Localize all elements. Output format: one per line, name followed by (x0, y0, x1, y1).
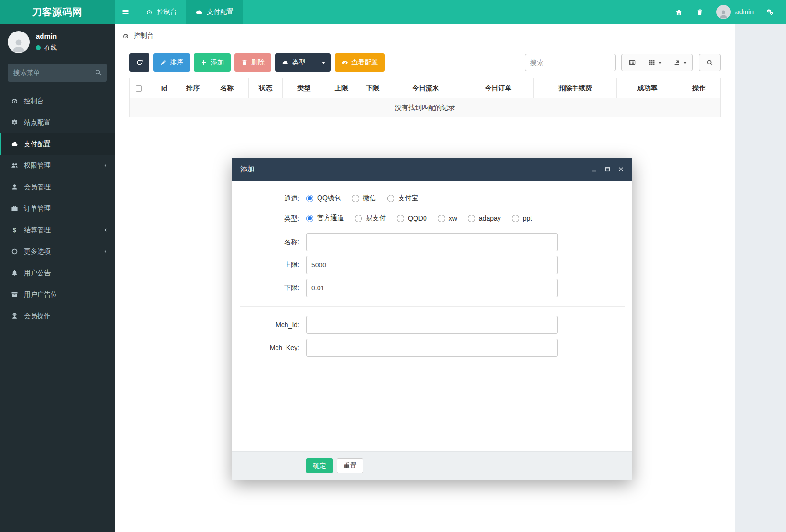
avatar (716, 5, 731, 19)
sidebar-search-input[interactable] (8, 64, 107, 82)
column-header[interactable]: 操作 (678, 78, 721, 98)
top-navbar: 刀客源码网 控制台 支付配置 admin (0, 0, 786, 24)
type-dropdown-caret[interactable] (316, 53, 331, 72)
gauge-icon (146, 9, 153, 16)
radio-xw[interactable]: xw (438, 214, 457, 222)
sidebar-item-dashboard[interactable]: 控制台 (0, 90, 115, 112)
view-config-button[interactable]: 查看配置 (335, 53, 385, 72)
radio-label: 微信 (363, 194, 376, 202)
radio-官方通道[interactable]: 官方通道 (306, 214, 344, 223)
settings-button[interactable] (759, 0, 780, 24)
reset-button[interactable]: 重置 (337, 458, 363, 473)
lower-limit-label: 下限: (240, 284, 306, 292)
radio-adapay[interactable]: adapay (468, 214, 501, 222)
select-all-checkbox[interactable] (136, 85, 142, 92)
home-button[interactable] (669, 0, 690, 24)
window-maximize-icon[interactable] (605, 166, 611, 172)
radio-微信[interactable]: 微信 (352, 194, 376, 202)
add-button[interactable]: 添加 (194, 53, 231, 72)
column-header[interactable]: 排序 (181, 78, 205, 98)
radio-QQ钱包[interactable]: QQ钱包 (306, 194, 341, 202)
mch-key-input[interactable] (306, 339, 558, 357)
window-close-icon[interactable] (618, 166, 624, 172)
column-header[interactable]: 下限 (357, 78, 388, 98)
select-all-header (130, 78, 148, 98)
upper-limit-input[interactable] (306, 256, 558, 274)
confirm-button[interactable]: 确定 (306, 458, 333, 473)
sidebar-item-user-announcement[interactable]: 用户公告 (0, 262, 115, 284)
mch-id-input[interactable] (306, 316, 558, 334)
empty-message: 没有找到匹配的记录 (130, 98, 721, 117)
add-modal: 添加 通道: QQ钱包微信支付宝 类型: 官方通道易支付QQD0xwadapay… (232, 158, 632, 480)
dollar-icon: $ (10, 226, 19, 234)
breadcrumb: 控制台 (115, 24, 735, 47)
sidebar-item-label: 支付配置 (24, 140, 51, 149)
type-field-row: 类型: 官方通道易支付QQD0xwadapayppt (240, 213, 625, 224)
radio-易支付[interactable]: 易支付 (355, 214, 386, 223)
sidebar-item-settlement-management[interactable]: $结算管理 (0, 219, 115, 241)
tab-dashboard[interactable]: 控制台 (137, 0, 186, 24)
column-header[interactable]: 上限 (326, 78, 357, 98)
type-label: 类型: (240, 214, 306, 223)
add-button-label: 添加 (211, 58, 224, 67)
caret-down-icon (683, 61, 687, 65)
sidebar-item-label: 用户广告位 (24, 290, 57, 299)
content-card: 排序 添加 删除 类型 (122, 47, 728, 125)
name-input[interactable] (306, 233, 558, 251)
sidebar-search (8, 64, 107, 82)
column-header[interactable]: Id (148, 78, 181, 98)
column-header[interactable]: 类型 (283, 78, 326, 98)
channel-radio-group: QQ钱包微信支付宝 (306, 194, 429, 203)
sidebar-item-site-config[interactable]: 站点配置 (0, 112, 115, 133)
eye-icon (341, 59, 348, 66)
sidebar-item-payment-config[interactable]: 支付配置 (0, 133, 115, 155)
search-button[interactable] (699, 54, 721, 71)
mch-id-label: Mch_Id: (240, 321, 306, 329)
column-header[interactable]: 名称 (205, 78, 249, 98)
cogs-icon (766, 9, 774, 16)
archive-icon (10, 291, 19, 298)
sidebar-item-member-operation[interactable]: 会员操作 (0, 305, 115, 327)
type-dropdown-main[interactable]: 类型 (275, 53, 312, 72)
table-search-input[interactable] (525, 54, 616, 71)
trash-button[interactable] (690, 0, 711, 24)
chevron-left-icon (103, 227, 108, 233)
toolbar-right (525, 54, 721, 71)
chevron-left-icon (103, 163, 108, 168)
user-menu[interactable]: admin (711, 0, 759, 24)
window-minimize-icon[interactable] (591, 166, 597, 172)
column-header[interactable]: 成功率 (617, 78, 678, 98)
brand-logo[interactable]: 刀客源码网 (0, 0, 115, 24)
radio-QQD0[interactable]: QQD0 (397, 214, 427, 222)
column-header[interactable]: 扣除手续费 (533, 78, 617, 98)
sort-button[interactable]: 排序 (153, 53, 190, 72)
radio-label: adapay (479, 214, 501, 222)
radio-ppt[interactable]: ppt (512, 214, 532, 222)
gauge-icon (10, 97, 19, 105)
radio-circle (306, 195, 313, 202)
sidebar-item-member-management[interactable]: 会员管理 (0, 176, 115, 198)
modal-title: 添加 (240, 165, 255, 174)
cloud-icon (282, 59, 288, 66)
type-dropdown-button[interactable]: 类型 (275, 53, 331, 72)
sidebar-item-order-management[interactable]: 订单管理 (0, 198, 115, 219)
export-dropdown-button[interactable] (668, 54, 693, 71)
radio-label: 支付宝 (398, 194, 418, 202)
sidebar-toggle-button[interactable] (115, 0, 137, 24)
status-label: 在线 (44, 43, 57, 52)
sidebar-item-more-options[interactable]: 更多选项 (0, 241, 115, 262)
toggle-pagination-button[interactable] (621, 54, 643, 71)
name-field-row: 名称: (240, 233, 625, 251)
radio-支付宝[interactable]: 支付宝 (387, 194, 418, 202)
tab-payment-config[interactable]: 支付配置 (186, 0, 243, 24)
columns-dropdown-button[interactable] (643, 54, 668, 71)
column-header[interactable]: 今日流水 (388, 78, 463, 98)
sidebar-item-permission-management[interactable]: 权限管理 (0, 155, 115, 176)
gear-icon (10, 119, 19, 126)
sidebar-item-user-ad-slot[interactable]: 用户广告位 (0, 284, 115, 305)
column-header[interactable]: 今日订单 (463, 78, 533, 98)
column-header[interactable]: 状态 (249, 78, 283, 98)
delete-button[interactable]: 删除 (234, 53, 271, 72)
lower-limit-input[interactable] (306, 279, 558, 297)
refresh-button[interactable] (129, 53, 149, 72)
